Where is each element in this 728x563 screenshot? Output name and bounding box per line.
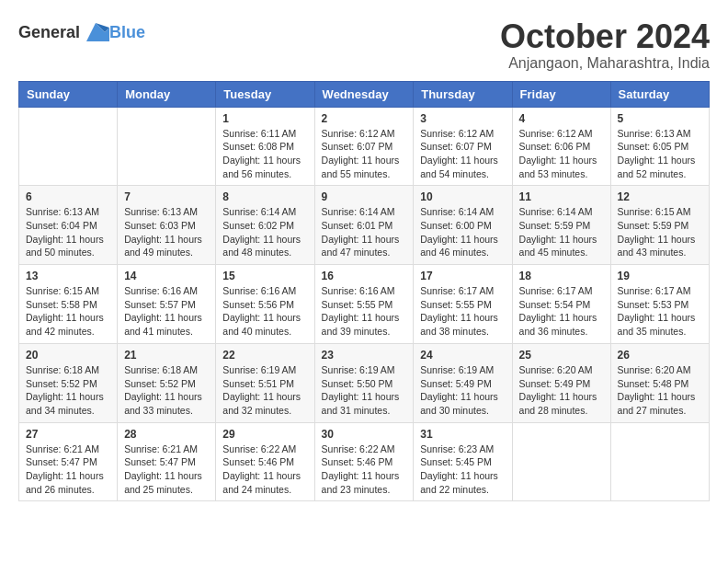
table-row: 23Sunrise: 6:19 AMSunset: 5:50 PMDayligh… [314, 343, 414, 422]
table-row: 8Sunrise: 6:14 AMSunset: 6:02 PMDaylight… [216, 186, 314, 265]
day-content: Sunrise: 6:16 AMSunset: 5:56 PMDaylight:… [222, 284, 307, 339]
day-number: 6 [26, 190, 110, 203]
table-row: 16Sunrise: 6:16 AMSunset: 5:55 PMDayligh… [314, 265, 414, 344]
table-row: 11Sunrise: 6:14 AMSunset: 5:59 PMDayligh… [512, 186, 610, 265]
location-title: Anjangaon, Maharashtra, India [500, 55, 710, 72]
table-row: 1Sunrise: 6:11 AMSunset: 6:08 PMDaylight… [216, 107, 314, 186]
day-content: Sunrise: 6:18 AMSunset: 5:52 PMDaylight:… [26, 363, 110, 418]
table-row: 27Sunrise: 6:21 AMSunset: 5:47 PMDayligh… [19, 422, 118, 501]
table-row: 26Sunrise: 6:20 AMSunset: 5:48 PMDayligh… [610, 343, 709, 422]
table-row: 3Sunrise: 6:12 AMSunset: 6:07 PMDaylight… [414, 107, 512, 186]
day-number: 9 [322, 190, 407, 203]
table-row: 30Sunrise: 6:22 AMSunset: 5:46 PMDayligh… [314, 422, 414, 501]
col-sunday: Sunday [19, 81, 118, 107]
day-number: 25 [519, 349, 604, 362]
day-content: Sunrise: 6:12 AMSunset: 6:07 PMDaylight:… [322, 127, 407, 181]
day-content: Sunrise: 6:15 AMSunset: 5:59 PMDaylight:… [618, 205, 702, 259]
day-content: Sunrise: 6:21 AMSunset: 5:47 PMDaylight:… [124, 442, 209, 497]
day-number: 15 [222, 270, 307, 282]
day-number: 2 [322, 112, 407, 125]
table-row: 17Sunrise: 6:17 AMSunset: 5:55 PMDayligh… [414, 265, 512, 344]
day-number: 18 [519, 270, 604, 282]
logo-general-text: General [18, 23, 80, 42]
table-row [512, 422, 610, 501]
table-row: 4Sunrise: 6:12 AMSunset: 6:06 PMDaylight… [512, 107, 610, 186]
table-row: 7Sunrise: 6:13 AMSunset: 6:03 PMDaylight… [118, 186, 216, 265]
calendar-week-row: 6Sunrise: 6:13 AMSunset: 6:04 PMDaylight… [19, 186, 710, 265]
day-number: 26 [618, 349, 702, 362]
day-content: Sunrise: 6:22 AMSunset: 5:46 PMDaylight:… [222, 442, 307, 497]
calendar-header-row: Sunday Monday Tuesday Wednesday Thursday… [19, 81, 710, 107]
day-number: 4 [519, 112, 604, 125]
title-block: October 2024 Anjangaon, Maharashtra, Ind… [500, 18, 710, 72]
day-number: 3 [420, 112, 505, 125]
table-row: 10Sunrise: 6:14 AMSunset: 6:00 PMDayligh… [414, 186, 512, 265]
col-monday: Monday [118, 81, 216, 107]
day-content: Sunrise: 6:14 AMSunset: 6:02 PMDaylight:… [222, 205, 307, 259]
day-number: 20 [26, 349, 110, 362]
day-number: 22 [222, 349, 307, 362]
table-row: 20Sunrise: 6:18 AMSunset: 5:52 PMDayligh… [19, 343, 118, 422]
day-number: 28 [124, 428, 209, 441]
calendar-week-row: 1Sunrise: 6:11 AMSunset: 6:08 PMDaylight… [19, 107, 710, 186]
day-content: Sunrise: 6:19 AMSunset: 5:51 PMDaylight:… [222, 363, 307, 418]
day-content: Sunrise: 6:13 AMSunset: 6:03 PMDaylight:… [124, 205, 209, 259]
day-number: 17 [420, 270, 505, 282]
table-row: 31Sunrise: 6:23 AMSunset: 5:45 PMDayligh… [414, 422, 512, 501]
table-row [19, 107, 118, 186]
col-saturday: Saturday [610, 81, 709, 107]
day-content: Sunrise: 6:18 AMSunset: 5:52 PMDaylight:… [124, 363, 209, 418]
table-row: 24Sunrise: 6:19 AMSunset: 5:49 PMDayligh… [414, 343, 512, 422]
day-content: Sunrise: 6:22 AMSunset: 5:46 PMDaylight:… [322, 442, 407, 497]
table-row: 2Sunrise: 6:12 AMSunset: 6:07 PMDaylight… [314, 107, 414, 186]
table-row: 28Sunrise: 6:21 AMSunset: 5:47 PMDayligh… [118, 422, 216, 501]
day-content: Sunrise: 6:15 AMSunset: 5:58 PMDaylight:… [26, 284, 110, 339]
day-number: 7 [124, 190, 209, 203]
day-number: 8 [222, 190, 307, 203]
table-row: 18Sunrise: 6:17 AMSunset: 5:54 PMDayligh… [512, 265, 610, 344]
col-thursday: Thursday [414, 81, 512, 107]
day-number: 12 [618, 190, 702, 203]
col-wednesday: Wednesday [314, 81, 414, 107]
table-row: 21Sunrise: 6:18 AMSunset: 5:52 PMDayligh… [118, 343, 216, 422]
day-content: Sunrise: 6:19 AMSunset: 5:50 PMDaylight:… [322, 363, 407, 418]
day-content: Sunrise: 6:17 AMSunset: 5:53 PMDaylight:… [618, 284, 702, 339]
table-row: 5Sunrise: 6:13 AMSunset: 6:05 PMDaylight… [610, 107, 709, 186]
day-content: Sunrise: 6:14 AMSunset: 6:01 PMDaylight:… [322, 205, 407, 259]
day-content: Sunrise: 6:13 AMSunset: 6:04 PMDaylight:… [26, 205, 110, 259]
logo: General Blue [18, 18, 145, 46]
calendar-week-row: 27Sunrise: 6:21 AMSunset: 5:47 PMDayligh… [19, 422, 710, 501]
table-row [610, 422, 709, 501]
table-row: 15Sunrise: 6:16 AMSunset: 5:56 PMDayligh… [216, 265, 314, 344]
calendar-table: Sunday Monday Tuesday Wednesday Thursday… [18, 81, 710, 502]
day-content: Sunrise: 6:20 AMSunset: 5:48 PMDaylight:… [618, 363, 702, 418]
calendar-week-row: 13Sunrise: 6:15 AMSunset: 5:58 PMDayligh… [19, 265, 710, 344]
day-number: 21 [124, 349, 209, 362]
day-content: Sunrise: 6:14 AMSunset: 6:00 PMDaylight:… [420, 205, 505, 259]
table-row [118, 107, 216, 186]
day-number: 13 [26, 270, 110, 282]
day-content: Sunrise: 6:17 AMSunset: 5:54 PMDaylight:… [519, 284, 604, 339]
day-content: Sunrise: 6:19 AMSunset: 5:49 PMDaylight:… [420, 363, 505, 418]
day-content: Sunrise: 6:12 AMSunset: 6:06 PMDaylight:… [519, 127, 604, 181]
day-number: 24 [420, 349, 505, 362]
table-row: 19Sunrise: 6:17 AMSunset: 5:53 PMDayligh… [610, 265, 709, 344]
day-number: 19 [618, 270, 702, 282]
day-content: Sunrise: 6:14 AMSunset: 5:59 PMDaylight:… [519, 205, 604, 259]
day-number: 5 [618, 112, 702, 125]
table-row: 12Sunrise: 6:15 AMSunset: 5:59 PMDayligh… [610, 186, 709, 265]
day-number: 10 [420, 190, 505, 203]
table-row: 22Sunrise: 6:19 AMSunset: 5:51 PMDayligh… [216, 343, 314, 422]
table-row: 6Sunrise: 6:13 AMSunset: 6:04 PMDaylight… [19, 186, 118, 265]
day-content: Sunrise: 6:16 AMSunset: 5:55 PMDaylight:… [322, 284, 407, 339]
day-number: 31 [420, 428, 505, 441]
day-content: Sunrise: 6:11 AMSunset: 6:08 PMDaylight:… [222, 127, 307, 181]
day-number: 14 [124, 270, 209, 282]
day-content: Sunrise: 6:16 AMSunset: 5:57 PMDaylight:… [124, 284, 209, 339]
day-content: Sunrise: 6:12 AMSunset: 6:07 PMDaylight:… [420, 127, 505, 181]
day-content: Sunrise: 6:20 AMSunset: 5:49 PMDaylight:… [519, 363, 604, 418]
table-row: 13Sunrise: 6:15 AMSunset: 5:58 PMDayligh… [19, 265, 118, 344]
day-content: Sunrise: 6:17 AMSunset: 5:55 PMDaylight:… [420, 284, 505, 339]
day-number: 11 [519, 190, 604, 203]
table-row: 25Sunrise: 6:20 AMSunset: 5:49 PMDayligh… [512, 343, 610, 422]
